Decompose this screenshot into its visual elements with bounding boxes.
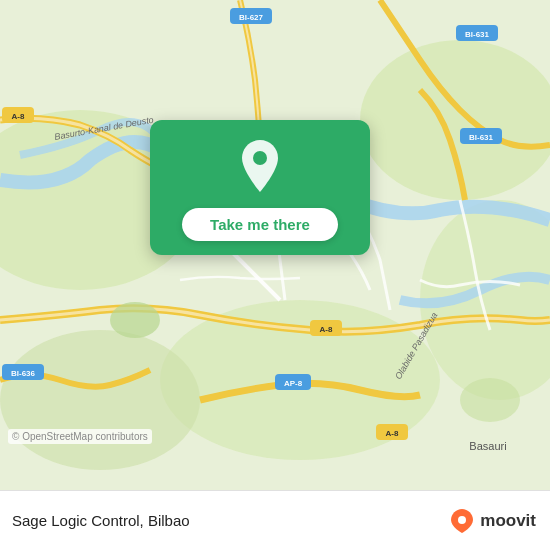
svg-text:BI-631: BI-631: [465, 30, 490, 39]
moovit-brand-text: moovit: [480, 511, 536, 531]
svg-point-27: [253, 151, 267, 165]
take-me-there-button[interactable]: Take me there: [182, 208, 338, 241]
bottom-bar: Sage Logic Control, Bilbao moovit: [0, 490, 550, 550]
svg-point-26: [460, 378, 520, 422]
svg-point-25: [110, 302, 160, 338]
svg-point-28: [458, 516, 466, 524]
map-area: A-8 BI-627 BI-631 BI-631 A-8 AP-8 A-8 BI…: [0, 0, 550, 490]
svg-text:BI-627: BI-627: [239, 13, 264, 22]
svg-text:BI-636: BI-636: [11, 369, 36, 378]
svg-text:A-8: A-8: [386, 429, 399, 438]
svg-text:AP-8: AP-8: [284, 379, 303, 388]
svg-text:A-8: A-8: [320, 325, 333, 334]
svg-text:BI-631: BI-631: [469, 133, 494, 142]
location-pin-icon: [236, 138, 284, 198]
svg-point-4: [0, 330, 200, 470]
action-card: Take me there: [150, 120, 370, 255]
map-attribution: © OpenStreetMap contributors: [8, 429, 152, 444]
moovit-pin-icon: [448, 507, 476, 535]
moovit-logo: moovit: [448, 507, 536, 535]
svg-text:A-8: A-8: [12, 112, 25, 121]
svg-text:Basauri: Basauri: [469, 440, 506, 452]
place-name: Sage Logic Control, Bilbao: [12, 512, 190, 529]
